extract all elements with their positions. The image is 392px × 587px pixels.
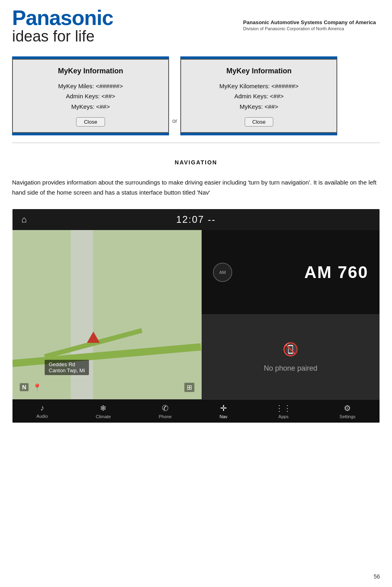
phone-label: Phone	[159, 414, 172, 419]
mykey-miles: MyKey Miles: <######>	[21, 81, 160, 91]
nav-section-title: NAVIGATION	[12, 159, 380, 166]
apps-label: Apps	[279, 414, 289, 419]
mykey-card1: MyKey Information MyKey Miles: <######> …	[12, 59, 169, 133]
settings-icon: ⚙	[344, 403, 351, 413]
mykey-section: MyKey Information MyKey Miles: <######> …	[0, 49, 392, 136]
nav-right-panel: AM AM 760 📵 No phone paired	[202, 230, 380, 399]
page-number: 56	[373, 573, 380, 580]
brand-name: Panasonic	[12, 7, 113, 28]
climate-icon: ❄	[100, 403, 107, 413]
company-division: Division of Panasonic Corporation of Nor…	[243, 26, 376, 31]
nav-main: Geddes RdCanton Twp, Mi N 📍 ⊞ AM AM 760 …	[12, 230, 380, 399]
nav-bottom-nav[interactable]: ✛ Nav	[220, 403, 228, 419]
phone-no-paired-label: No phone paired	[264, 364, 317, 373]
nav-phone-panel: 📵 No phone paired	[202, 315, 380, 399]
page-header: Panasonic ideas for life Panasonic Autom…	[0, 0, 392, 49]
mykey-kilometers: MyKey Kilometers: <######>	[189, 81, 328, 91]
map-compass-label: N	[20, 383, 29, 391]
nav-bottom-audio[interactable]: ♪ Audio	[37, 403, 48, 419]
nav-topbar: ⌂ 12:07 --	[12, 209, 380, 230]
radio-station: AM 760	[304, 263, 368, 282]
nav-bottombar: ♪ Audio ❄ Climate ✆ Phone ✛ Nav ⋮⋮ Apps …	[12, 399, 380, 423]
navigation-section: NAVIGATION Navigation provides informati…	[0, 143, 392, 423]
home-icon: ⌂	[21, 214, 27, 225]
blue-bar-bottom-1	[12, 133, 169, 135]
nav-time: 12:07 --	[176, 214, 216, 225]
map-arrow	[87, 332, 100, 343]
radio-knob[interactable]: AM	[213, 263, 232, 282]
mykey-card2: MyKey Information MyKey Kilometers: <###…	[180, 59, 337, 133]
mykey-admin-keys1: Admin Keys: <##>	[21, 91, 160, 102]
mykey-card1-title: MyKey Information	[21, 67, 160, 75]
phone-bottom-icon: ✆	[162, 403, 169, 413]
apps-icon: ⋮⋮	[275, 403, 291, 413]
map-street-label: Geddes RdCanton Twp, Mi	[45, 360, 89, 375]
map-search-icon: ⊞	[184, 383, 194, 392]
settings-label: Settings	[340, 414, 356, 419]
mykey-mykeys2: MyKeys: <##>	[189, 102, 328, 112]
nav-map: Geddes RdCanton Twp, Mi N 📍 ⊞	[12, 230, 202, 399]
mykey-card2-wrapper: MyKey Information MyKey Kilometers: <###…	[180, 56, 337, 136]
nav-icon: ✛	[220, 403, 227, 413]
mykey-card1-close[interactable]: Close	[76, 117, 105, 127]
logo-area: Panasonic ideas for life	[12, 7, 113, 45]
brand-tagline: ideas for life	[12, 28, 113, 45]
map-location-icon: 📍	[33, 383, 41, 392]
audio-icon: ♪	[40, 403, 44, 413]
nav-bottom-settings[interactable]: ⚙ Settings	[340, 403, 356, 419]
radio-knob-label: AM	[219, 270, 226, 275]
climate-label: Climate	[96, 414, 111, 419]
nav-bottom-phone[interactable]: ✆ Phone	[159, 403, 172, 419]
mykey-card1-wrapper: MyKey Information MyKey Miles: <######> …	[12, 56, 169, 136]
map-road-main	[12, 343, 201, 367]
mykey-mykeys1: MyKeys: <##>	[21, 102, 160, 112]
blue-bar-bottom-2	[180, 133, 337, 135]
nav-screenshot: ⌂ 12:07 -- Geddes RdCanton Twp, Mi N 📍 ⊞	[12, 209, 380, 423]
mykey-card1-body: MyKey Miles: <######> Admin Keys: <##> M…	[21, 81, 160, 112]
mykey-admin-keys2: Admin Keys: <##>	[189, 91, 328, 102]
nav-bottom-climate[interactable]: ❄ Climate	[96, 403, 111, 419]
phone-icon: 📵	[283, 342, 299, 357]
audio-label: Audio	[37, 414, 48, 419]
nav-radio-panel: AM AM 760	[202, 230, 380, 315]
nav-label: Nav	[220, 414, 228, 419]
nav-description: Navigation provides information about th…	[12, 178, 380, 198]
mykey-card2-close[interactable]: Close	[245, 117, 273, 127]
mykey-card2-title: MyKey Information	[189, 67, 328, 75]
nav-bottom-apps[interactable]: ⋮⋮ Apps	[275, 403, 291, 419]
mykey-card2-body: MyKey Kilometers: <######> Admin Keys: <…	[189, 81, 328, 112]
company-name: Panasonic Automotive Systems Company of …	[243, 19, 376, 26]
or-separator: or	[169, 118, 180, 135]
company-info: Panasonic Automotive Systems Company of …	[243, 7, 380, 31]
